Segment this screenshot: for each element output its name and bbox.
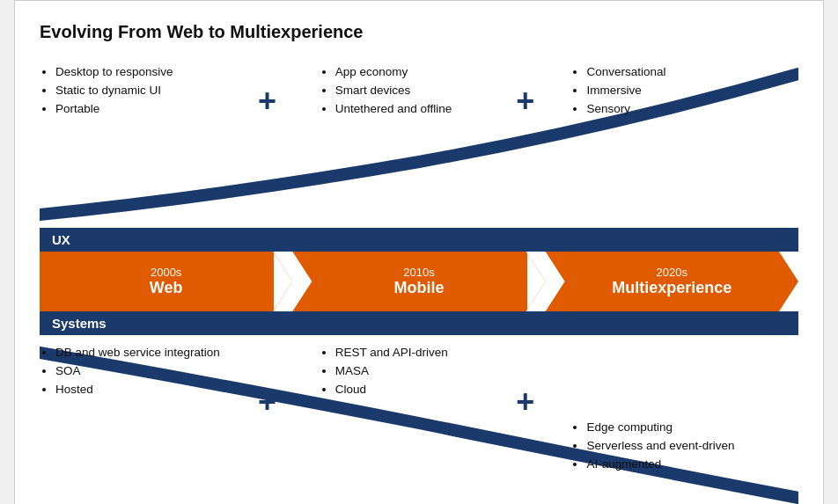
top-col-1: Desktop to responsive Static to dynamic … bbox=[40, 56, 268, 119]
bottom-col1-item2: SOA bbox=[55, 362, 268, 381]
top-section: Desktop to responsive Static to dynamic … bbox=[40, 56, 798, 228]
top-col-2: App economy Smart devices Untethered and… bbox=[320, 56, 548, 119]
arrow-multiexperience: 2020s Multiexperience bbox=[546, 252, 798, 311]
top-col3-item3: Sensory bbox=[586, 100, 798, 119]
top-col1-item2: Static to dynamic UI bbox=[55, 82, 268, 100]
main-card: Evolving From Web to Multiexperience Des… bbox=[14, 0, 824, 504]
page-title: Evolving From Web to Multiexperience bbox=[40, 22, 798, 42]
bottom-col-1: DB and web service integration SOA Hoste… bbox=[40, 335, 268, 474]
bottom-col1-item3: Hosted bbox=[55, 381, 268, 399]
bottom-col1-item1: DB and web service integration bbox=[55, 344, 268, 362]
arrow-div-2 bbox=[527, 252, 547, 311]
arrow-web: 2000s Web bbox=[40, 252, 292, 311]
bottom-col3-item3: AI-augmented bbox=[586, 456, 798, 474]
top-col3-item2: Immersive bbox=[586, 82, 798, 100]
arrow-mobile: 2010s Mobile bbox=[292, 252, 545, 311]
arrow-row: 2000s Web 2010s Mobile 2020s Multiexperi… bbox=[40, 252, 798, 311]
top-col2-item1: App economy bbox=[335, 63, 548, 82]
arrow-div-1 bbox=[274, 252, 293, 311]
bottom-col2-item1: REST and API-driven bbox=[335, 344, 548, 362]
era-web: Web bbox=[150, 279, 183, 297]
era-multiexperience: Multiexperience bbox=[612, 279, 731, 297]
decade-2000s: 2000s bbox=[151, 266, 181, 279]
decade-2020s: 2020s bbox=[657, 266, 687, 279]
plus-sign-bottom-1: + bbox=[258, 383, 276, 420]
top-col1-item1: Desktop to responsive bbox=[55, 63, 268, 82]
bottom-col-2: REST and API-driven MASA Cloud bbox=[320, 335, 548, 474]
systems-band: Systems bbox=[40, 311, 798, 335]
top-col3-item1: Conversational bbox=[586, 63, 798, 82]
bottom-col3-item2: Serverless and event-driven bbox=[586, 437, 798, 456]
top-col1-item3: Portable bbox=[55, 100, 268, 119]
plus-sign-2: + bbox=[516, 83, 534, 120]
top-columns: Desktop to responsive Static to dynamic … bbox=[40, 56, 798, 119]
top-col-3: Conversational Immersive Sensory bbox=[570, 56, 798, 119]
bottom-col3-item1: Edge computing bbox=[586, 419, 798, 437]
ux-band: UX bbox=[40, 228, 798, 252]
plus-sign-bottom-2: + bbox=[516, 383, 534, 420]
era-mobile: Mobile bbox=[393, 279, 444, 297]
bottom-col2-item2: MASA bbox=[335, 362, 548, 381]
bottom-section: DB and web service integration SOA Hoste… bbox=[40, 335, 798, 504]
decade-2010s: 2010s bbox=[403, 266, 434, 279]
bottom-col-3: Edge computing Serverless and event-driv… bbox=[570, 335, 798, 474]
bottom-columns: DB and web service integration SOA Hoste… bbox=[40, 335, 798, 474]
plus-sign-1: + bbox=[258, 83, 276, 120]
